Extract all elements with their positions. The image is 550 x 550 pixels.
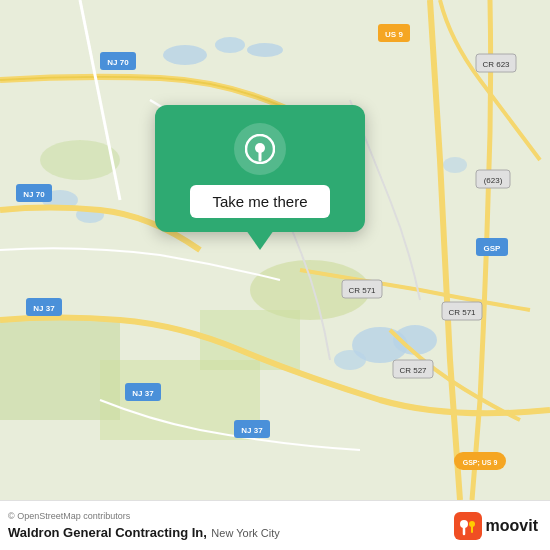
svg-point-3	[247, 43, 283, 57]
svg-text:CR 623: CR 623	[482, 60, 510, 69]
svg-text:NJ 70: NJ 70	[107, 58, 129, 67]
moovit-brand-icon	[454, 512, 482, 540]
bottom-left: © OpenStreetMap contributors Waldron Gen…	[8, 511, 280, 541]
take-me-there-button[interactable]: Take me there	[190, 185, 329, 218]
osm-credit: © OpenStreetMap contributors	[8, 511, 280, 521]
svg-point-2	[215, 37, 245, 53]
place-info: Waldron General Contracting In, New York…	[8, 523, 280, 541]
popup-card: Take me there	[155, 105, 365, 232]
moovit-text: moovit	[486, 517, 538, 535]
svg-text:NJ 37: NJ 37	[33, 304, 55, 313]
location-pin-icon	[245, 134, 275, 164]
svg-text:GSP: GSP	[484, 244, 502, 253]
svg-text:CR 571: CR 571	[448, 308, 476, 317]
svg-text:CR 527: CR 527	[399, 366, 427, 375]
place-city: New York City	[211, 527, 279, 539]
map-svg: NJ 70 NJ 70 NJ 37 NJ 37 NJ 37 US 9 CR 62…	[0, 0, 550, 500]
svg-point-1	[163, 45, 207, 65]
svg-rect-43	[454, 512, 482, 540]
bottom-bar: © OpenStreetMap contributors Waldron Gen…	[0, 500, 550, 550]
svg-text:CR 571: CR 571	[348, 286, 376, 295]
svg-text:US 9: US 9	[385, 30, 403, 39]
location-icon-wrap	[234, 123, 286, 175]
map-container: NJ 70 NJ 70 NJ 37 NJ 37 NJ 37 US 9 CR 62…	[0, 0, 550, 500]
svg-text:NJ 37: NJ 37	[241, 426, 263, 435]
svg-point-9	[443, 157, 467, 173]
svg-text:(623): (623)	[484, 176, 503, 185]
place-name: Waldron General Contracting In,	[8, 525, 207, 540]
moovit-logo[interactable]: moovit	[454, 512, 538, 540]
svg-text:NJ 37: NJ 37	[132, 389, 154, 398]
svg-text:NJ 70: NJ 70	[23, 190, 45, 199]
svg-point-8	[334, 350, 366, 370]
svg-text:GSP; US 9: GSP; US 9	[463, 459, 498, 467]
